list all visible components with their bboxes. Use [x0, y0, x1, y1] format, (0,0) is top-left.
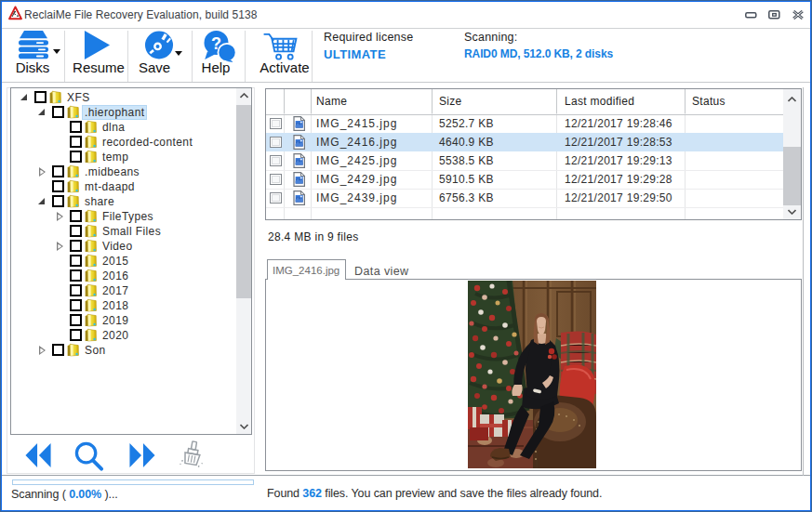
svg-text:?: ? [211, 34, 221, 53]
